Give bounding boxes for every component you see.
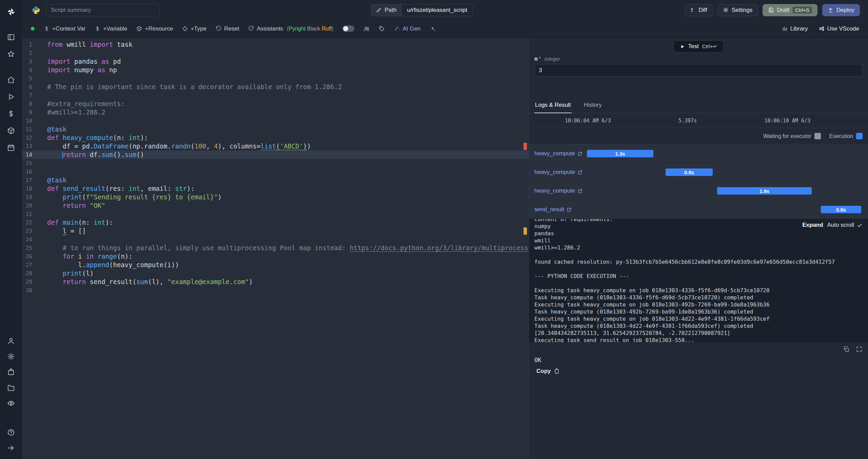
line-number: 14 — [22, 151, 32, 159]
execution-bar: 0.8s — [821, 206, 861, 213]
expand-logs-button[interactable]: Expand — [802, 222, 823, 228]
pencil-icon — [376, 7, 381, 13]
code-line-8[interactable]: 8#extra_requirements: — [22, 100, 529, 108]
line-number: 8 — [22, 100, 32, 108]
toolbar-item-type[interactable]: +Type — [182, 25, 206, 32]
gantt-row: heavy_compute1.3s — [529, 144, 868, 163]
code-line-16[interactable]: 16 — [22, 167, 529, 176]
line-number: 4 — [22, 66, 32, 74]
required-asterisk: * — [539, 56, 541, 62]
code-line-15[interactable]: 15 — [22, 159, 529, 167]
line-number: 26 — [22, 252, 32, 261]
code-line-4[interactable]: 4import numpy as np — [22, 66, 529, 74]
code-line-26[interactable]: 26 for i in range(n): — [22, 252, 529, 261]
schedules-icon[interactable] — [4, 139, 18, 156]
code-line-25[interactable]: 25 # to run things in parallel, simply u… — [22, 244, 529, 252]
sparkles-icon[interactable] — [430, 26, 436, 32]
assistants-toggle[interactable] — [342, 25, 354, 32]
legend-label: Waiting for executor — [763, 133, 811, 139]
account-icon[interactable] — [4, 333, 18, 348]
script-path[interactable]: u/rfiszel/pleasant_script — [401, 4, 473, 16]
windmill-logo-icon[interactable] — [4, 4, 18, 20]
ai-gen-label: AI Gen — [402, 25, 420, 32]
collapse-sidebar-icon[interactable] — [4, 440, 18, 456]
deploy-button[interactable]: Deploy — [822, 4, 860, 16]
n-input[interactable] — [534, 64, 863, 77]
runs-icon[interactable] — [4, 88, 18, 105]
autoscroll-checkbox[interactable]: Auto scroll — [827, 222, 863, 228]
test-button[interactable]: Test Ctrl+↵ — [673, 40, 724, 53]
draft-button[interactable]: Draft Ctrl+S — [763, 4, 817, 16]
task-link-heavy_compute[interactable]: heavy_compute — [534, 187, 583, 194]
logs-viewer[interactable]: content of requirements: numpy pandas wm… — [529, 219, 868, 342]
line-number: 6 — [22, 83, 32, 91]
workers-icon[interactable] — [4, 364, 18, 380]
script-summary-input[interactable] — [46, 4, 160, 16]
toolbar-item-resource[interactable]: +Resource — [136, 25, 173, 32]
folders-icon[interactable] — [4, 380, 18, 395]
code-line-6[interactable]: 6# The pin is important since task is a … — [22, 83, 529, 91]
library-button[interactable]: Library — [782, 25, 808, 32]
code-line-17[interactable]: 17@task — [22, 176, 529, 184]
toolbar-item-reset[interactable]: Reset — [216, 25, 239, 32]
legend-label: Execution — [829, 133, 853, 139]
code-line-10[interactable]: 10 — [22, 117, 529, 125]
edit-path-button[interactable]: Path — [371, 4, 401, 16]
code-line-20[interactable]: 20 return "OK" — [22, 201, 529, 210]
code-line-19[interactable]: 19 print(f"Sending result {res} to {emai… — [22, 193, 529, 201]
code-line-14[interactable]: 14 return df.sum().sum() — [22, 151, 529, 159]
code-line-11[interactable]: 11@task — [22, 125, 529, 134]
assistants-refresh-icon — [248, 26, 254, 32]
help-icon[interactable] — [4, 424, 18, 440]
multiplayer-users-icon[interactable] — [363, 26, 370, 32]
line-number: 18 — [22, 184, 32, 193]
line-number: 27 — [22, 261, 32, 269]
code-line-29[interactable]: 29 return send_result(sum(l), "example@e… — [22, 278, 529, 286]
use-vscode-button[interactable]: Use VScode — [819, 25, 860, 32]
code-line-30[interactable]: 30 — [22, 286, 529, 295]
favorites-icon[interactable] — [4, 45, 18, 62]
code-editor[interactable]: 1from wmill import task23import pandas a… — [22, 38, 529, 459]
code-line-23[interactable]: 23 l = [] — [22, 227, 529, 235]
ai-gen-button[interactable]: AI Gen — [394, 25, 420, 32]
library-icon — [782, 26, 788, 32]
panels-icon[interactable] — [4, 28, 18, 45]
task-link-heavy_compute[interactable]: heavy_compute — [534, 150, 583, 157]
clipboard-icon — [554, 368, 559, 374]
diff-button[interactable]: Diff — [685, 4, 713, 16]
code-line-24[interactable]: 24 — [22, 235, 529, 244]
variables-icon[interactable] — [4, 105, 18, 122]
code-line-7[interactable]: 7 — [22, 91, 529, 100]
audit-logs-icon[interactable] — [4, 395, 18, 411]
assistants-button[interactable]: Assistants — [248, 25, 283, 32]
code-line-27[interactable]: 27 l.append(heavy_compute(i)) — [22, 261, 529, 269]
settings-button[interactable]: Settings — [717, 4, 758, 16]
code-line-13[interactable]: 13 df = pd.DataFrame(np.random.randn(100… — [22, 142, 529, 151]
workspace-settings-icon[interactable] — [4, 348, 18, 364]
code-line-5[interactable]: 5 — [22, 74, 529, 83]
tab-logs-result[interactable]: Logs & Result — [534, 98, 572, 113]
tag-icon[interactable] — [379, 26, 385, 32]
tab-history[interactable]: History — [583, 98, 603, 113]
home-icon[interactable] — [4, 71, 18, 88]
diff-label: Diff — [699, 7, 707, 14]
toolbar-item-variable[interactable]: +Variable — [95, 25, 127, 32]
code-line-28[interactable]: 28 print(l) — [22, 269, 529, 278]
code-line-3[interactable]: 3import pandas as pd — [22, 57, 529, 66]
arguments-form: n * integer — [529, 56, 868, 77]
resources-icon[interactable] — [4, 122, 18, 139]
task-link-send_result[interactable]: send_result — [534, 206, 572, 213]
lint-pyright: Pyright — [289, 26, 305, 32]
task-link-heavy_compute[interactable]: heavy_compute — [534, 169, 583, 176]
code-line-18[interactable]: 18def send_result(res: int, email: str): — [22, 184, 529, 193]
copy-result-icon[interactable] — [843, 346, 850, 353]
code-line-9[interactable]: 9#wmill>=1.286.2 — [22, 108, 529, 117]
code-line-1[interactable]: 1from wmill import task — [22, 40, 529, 49]
copy-button[interactable]: Copy — [534, 367, 561, 375]
code-line-12[interactable]: 12def heavy_compute(n: int): — [22, 134, 529, 142]
toolbar-item-contextvar[interactable]: +Context Var — [44, 25, 85, 32]
fullscreen-icon[interactable] — [856, 346, 863, 353]
code-line-21[interactable]: 21 — [22, 210, 529, 218]
code-line-2[interactable]: 2 — [22, 49, 529, 57]
code-line-22[interactable]: 22def main(n: int): — [22, 218, 529, 227]
